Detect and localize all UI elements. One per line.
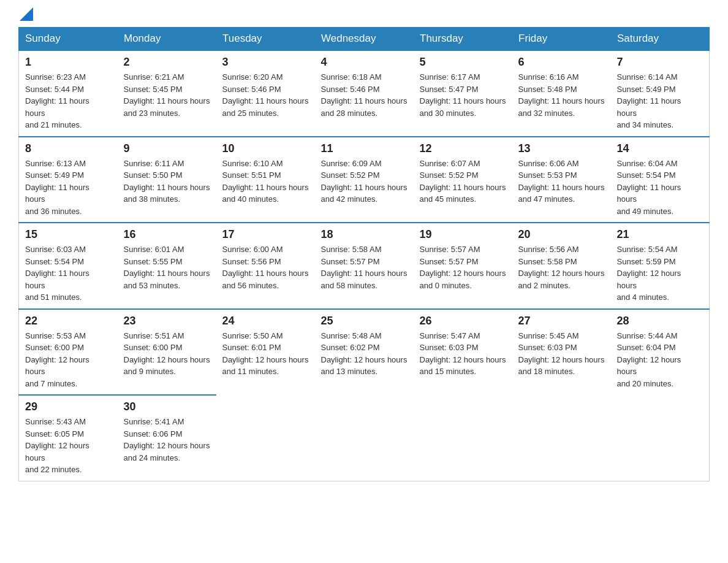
day-info: Sunrise: 5:58 AMSunset: 5:57 PMDaylight:… (321, 243, 408, 291)
day-info: Sunrise: 6:10 AMSunset: 5:51 PMDaylight:… (222, 158, 309, 205)
calendar-week-row: 8Sunrise: 6:13 AMSunset: 5:49 PMDaylight… (19, 137, 710, 223)
calendar-cell (315, 395, 414, 481)
calendar-cell: 1Sunrise: 6:23 AMSunset: 5:44 PMDaylight… (19, 50, 118, 137)
day-info: Sunrise: 5:53 AMSunset: 6:00 PMDaylight:… (25, 330, 112, 390)
calendar-cell (611, 395, 710, 481)
day-info: Sunrise: 5:44 AMSunset: 6:04 PMDaylight:… (617, 330, 703, 390)
calendar-cell: 12Sunrise: 6:07 AMSunset: 5:52 PMDayligh… (414, 137, 512, 223)
day-number: 4 (321, 56, 408, 69)
day-number: 28 (617, 315, 703, 327)
calendar-cell: 15Sunrise: 6:03 AMSunset: 5:54 PMDayligh… (19, 223, 118, 309)
day-info: Sunrise: 6:11 AMSunset: 5:50 PMDaylight:… (124, 158, 210, 205)
calendar-cell (414, 395, 512, 481)
day-info: Sunrise: 6:04 AMSunset: 5:54 PMDaylight:… (617, 158, 703, 218)
calendar-cell: 30Sunrise: 5:41 AMSunset: 6:06 PMDayligh… (118, 395, 216, 481)
day-of-week-header: Friday (512, 28, 611, 51)
day-info: Sunrise: 6:14 AMSunset: 5:49 PMDaylight:… (617, 71, 703, 131)
day-info: Sunrise: 5:57 AMSunset: 5:57 PMDaylight:… (420, 243, 506, 291)
logo-triangle-icon (20, 7, 33, 21)
day-info: Sunrise: 5:47 AMSunset: 6:03 PMDaylight:… (420, 330, 506, 378)
calendar-cell: 13Sunrise: 6:06 AMSunset: 5:53 PMDayligh… (512, 137, 611, 223)
day-number: 27 (518, 315, 605, 327)
day-number: 10 (222, 142, 309, 155)
calendar-cell: 26Sunrise: 5:47 AMSunset: 6:03 PMDayligh… (414, 309, 512, 396)
day-number: 29 (25, 400, 112, 413)
day-number: 22 (25, 315, 112, 327)
calendar-cell: 23Sunrise: 5:51 AMSunset: 6:00 PMDayligh… (118, 309, 216, 396)
calendar-cell: 16Sunrise: 6:01 AMSunset: 5:55 PMDayligh… (118, 223, 216, 309)
calendar-cell: 20Sunrise: 5:56 AMSunset: 5:58 PMDayligh… (512, 223, 611, 309)
day-number: 1 (25, 56, 112, 69)
day-number: 21 (617, 228, 703, 241)
svg-marker-0 (20, 7, 33, 21)
day-number: 14 (617, 142, 703, 155)
day-info: Sunrise: 6:06 AMSunset: 5:53 PMDaylight:… (518, 158, 605, 205)
day-info: Sunrise: 6:23 AMSunset: 5:44 PMDaylight:… (25, 71, 112, 131)
day-number: 6 (518, 56, 605, 69)
calendar-cell: 24Sunrise: 5:50 AMSunset: 6:01 PMDayligh… (216, 309, 315, 396)
day-info: Sunrise: 5:41 AMSunset: 6:06 PMDaylight:… (124, 416, 210, 464)
calendar-cell: 6Sunrise: 6:16 AMSunset: 5:48 PMDaylight… (512, 50, 611, 137)
calendar-cell: 2Sunrise: 6:21 AMSunset: 5:45 PMDaylight… (118, 50, 216, 137)
calendar-cell: 28Sunrise: 5:44 AMSunset: 6:04 PMDayligh… (611, 309, 710, 396)
day-number: 12 (420, 142, 506, 155)
calendar-cell: 27Sunrise: 5:45 AMSunset: 6:03 PMDayligh… (512, 309, 611, 396)
day-number: 3 (222, 56, 309, 69)
calendar-cell: 7Sunrise: 6:14 AMSunset: 5:49 PMDaylight… (611, 50, 710, 137)
calendar-cell: 5Sunrise: 6:17 AMSunset: 5:47 PMDaylight… (414, 50, 512, 137)
day-number: 30 (124, 400, 210, 413)
day-number: 20 (518, 228, 605, 241)
day-of-week-header: Monday (118, 28, 216, 51)
day-info: Sunrise: 6:01 AMSunset: 5:55 PMDaylight:… (124, 243, 210, 291)
calendar-cell: 4Sunrise: 6:18 AMSunset: 5:46 PMDaylight… (315, 50, 414, 137)
day-number: 19 (420, 228, 506, 241)
calendar-cell: 14Sunrise: 6:04 AMSunset: 5:54 PMDayligh… (611, 137, 710, 223)
day-number: 2 (124, 56, 210, 69)
day-info: Sunrise: 5:43 AMSunset: 6:05 PMDaylight:… (25, 416, 112, 476)
day-number: 23 (124, 315, 210, 327)
calendar-cell: 18Sunrise: 5:58 AMSunset: 5:57 PMDayligh… (315, 223, 414, 309)
day-number: 5 (420, 56, 506, 69)
day-number: 25 (321, 315, 408, 327)
day-info: Sunrise: 6:09 AMSunset: 5:52 PMDaylight:… (321, 158, 408, 205)
calendar-cell (512, 395, 611, 481)
day-info: Sunrise: 6:00 AMSunset: 5:56 PMDaylight:… (222, 243, 309, 291)
day-number: 11 (321, 142, 408, 155)
day-number: 13 (518, 142, 605, 155)
day-number: 7 (617, 56, 703, 69)
day-number: 17 (222, 228, 309, 241)
day-info: Sunrise: 6:21 AMSunset: 5:45 PMDaylight:… (124, 71, 210, 119)
day-info: Sunrise: 6:03 AMSunset: 5:54 PMDaylight:… (25, 243, 112, 304)
calendar-week-row: 29Sunrise: 5:43 AMSunset: 6:05 PMDayligh… (19, 395, 710, 481)
day-info: Sunrise: 5:45 AMSunset: 6:03 PMDaylight:… (518, 330, 605, 378)
day-info: Sunrise: 6:17 AMSunset: 5:47 PMDaylight:… (420, 71, 506, 119)
calendar-cell: 3Sunrise: 6:20 AMSunset: 5:46 PMDaylight… (216, 50, 315, 137)
calendar-cell: 29Sunrise: 5:43 AMSunset: 6:05 PMDayligh… (19, 395, 118, 481)
calendar-week-row: 15Sunrise: 6:03 AMSunset: 5:54 PMDayligh… (19, 223, 710, 309)
day-number: 18 (321, 228, 408, 241)
calendar-table: SundayMondayTuesdayWednesdayThursdayFrid… (18, 27, 710, 481)
day-info: Sunrise: 6:16 AMSunset: 5:48 PMDaylight:… (518, 71, 605, 119)
day-number: 16 (124, 228, 210, 241)
day-number: 8 (25, 142, 112, 155)
day-info: Sunrise: 5:48 AMSunset: 6:02 PMDaylight:… (321, 330, 408, 378)
calendar-cell (216, 395, 315, 481)
calendar-header-row: SundayMondayTuesdayWednesdayThursdayFrid… (19, 28, 710, 51)
logo (18, 12, 33, 21)
day-info: Sunrise: 6:20 AMSunset: 5:46 PMDaylight:… (222, 71, 309, 119)
day-number: 26 (420, 315, 506, 327)
day-info: Sunrise: 6:13 AMSunset: 5:49 PMDaylight:… (25, 158, 112, 218)
calendar-cell: 19Sunrise: 5:57 AMSunset: 5:57 PMDayligh… (414, 223, 512, 309)
calendar-cell: 21Sunrise: 5:54 AMSunset: 5:59 PMDayligh… (611, 223, 710, 309)
day-info: Sunrise: 5:51 AMSunset: 6:00 PMDaylight:… (124, 330, 210, 378)
day-info: Sunrise: 5:54 AMSunset: 5:59 PMDaylight:… (617, 243, 703, 304)
calendar-week-row: 22Sunrise: 5:53 AMSunset: 6:00 PMDayligh… (19, 309, 710, 396)
calendar-week-row: 1Sunrise: 6:23 AMSunset: 5:44 PMDaylight… (19, 50, 710, 137)
day-of-week-header: Saturday (611, 28, 710, 51)
day-number: 9 (124, 142, 210, 155)
calendar-cell: 9Sunrise: 6:11 AMSunset: 5:50 PMDaylight… (118, 137, 216, 223)
calendar-cell: 11Sunrise: 6:09 AMSunset: 5:52 PMDayligh… (315, 137, 414, 223)
day-of-week-header: Tuesday (216, 28, 315, 51)
day-info: Sunrise: 6:18 AMSunset: 5:46 PMDaylight:… (321, 71, 408, 119)
calendar-cell: 25Sunrise: 5:48 AMSunset: 6:02 PMDayligh… (315, 309, 414, 396)
